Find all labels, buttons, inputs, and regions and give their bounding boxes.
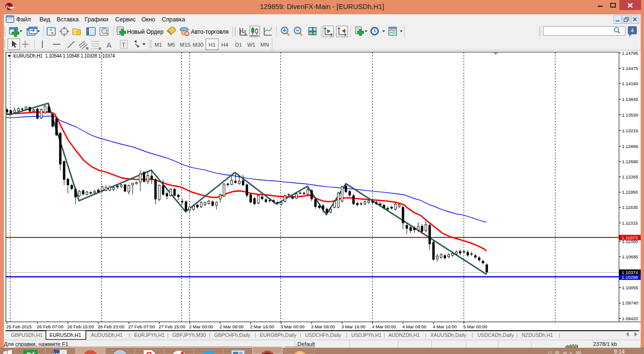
svg-text:3 Mar 16:00: 3 Mar 16:00	[341, 324, 366, 329]
svg-text:1.12265: 1.12265	[622, 174, 638, 179]
svg-text:|: |	[129, 332, 130, 338]
svg-text:1.14795: 1.14795	[622, 50, 638, 56]
svg-text:4 Mar 08:00: 4 Mar 08:00	[402, 324, 426, 329]
svg-text:3 Mar 08:00: 3 Mar 08:00	[311, 324, 335, 329]
svg-text:1.13215: 1.13215	[622, 128, 638, 133]
svg-text:GBPCHFh,Daily: GBPCHFh,Daily	[214, 332, 251, 338]
svg-text:AUDUSDh,H1: AUDUSDh,H1	[91, 332, 123, 338]
svg-text:EURGBPh,Daily: EURGBPh,Daily	[260, 332, 297, 338]
svg-text:26 Feb 07:00: 26 Feb 07:00	[37, 324, 63, 329]
svg-text:|: |	[209, 332, 210, 338]
svg-text:Я: Я	[146, 351, 152, 354]
svg-text:1.09740: 1.09740	[622, 300, 638, 305]
svg-text:1.12580: 1.12580	[622, 159, 638, 164]
svg-text:1.11950: 1.11950	[622, 189, 638, 195]
svg-text:S: S	[205, 352, 211, 354]
svg-text:|: |	[425, 332, 426, 338]
svg-text:25 Feb 2015: 25 Feb 2015	[6, 324, 31, 329]
svg-text:W: W	[54, 352, 59, 354]
svg-text:USDCADh,Daily: USDCADh,Daily	[477, 332, 514, 338]
svg-text:USDCHFh,Daily: USDCHFh,Daily	[305, 332, 342, 338]
svg-text:1.14160: 1.14160	[622, 81, 638, 86]
svg-text:26 Feb 23:00: 26 Feb 23:00	[98, 324, 124, 329]
svg-text:1.10374: 1.10374	[622, 270, 638, 275]
svg-text:3 Mar 00:00: 3 Mar 00:00	[280, 324, 305, 329]
svg-text:27 Feb 15:00: 27 Feb 15:00	[159, 324, 185, 329]
svg-text:1.14475: 1.14475	[622, 66, 638, 71]
svg-text:27 Feb 07:00: 27 Feb 07:00	[128, 324, 155, 329]
svg-text:1.10685: 1.10685	[622, 254, 638, 259]
svg-text:EURUSDh,H1: EURUSDh,H1	[50, 332, 81, 338]
svg-text:1.10298: 1.10298	[622, 275, 638, 280]
svg-text:AUDNZDh,H1: AUDNZDh,H1	[388, 332, 420, 338]
svg-text:|: |	[472, 332, 473, 338]
svg-text:4 Mar 16:00: 4 Mar 16:00	[433, 324, 457, 329]
svg-text:1.13530: 1.13530	[622, 112, 638, 118]
svg-text:EURJPYh,H1: EURJPYh,H1	[134, 332, 165, 338]
svg-text:1.12895: 1.12895	[622, 144, 638, 149]
svg-text:1.11073: 1.11073	[622, 235, 638, 240]
svg-text:|: |	[167, 332, 168, 338]
svg-text:1.13845: 1.13845	[622, 97, 638, 102]
svg-text:|: |	[255, 332, 256, 338]
svg-text:|: |	[346, 332, 347, 338]
svg-text:4 Mar 00:00: 4 Mar 00:00	[372, 324, 396, 329]
svg-text:26 Feb 15:00: 26 Feb 15:00	[67, 324, 94, 329]
svg-text:5 Mar 00:00: 5 Mar 00:00	[463, 324, 487, 329]
svg-text:1.10055: 1.10055	[622, 285, 638, 290]
svg-text:|: |	[559, 332, 560, 338]
svg-text:1.11635: 1.11635	[622, 205, 638, 210]
svg-text:9:14: 9:14	[614, 349, 625, 354]
svg-text:NZDUSDh,H1: NZDUSDh,H1	[522, 332, 553, 338]
svg-text:2 Mar 16:00: 2 Mar 16:00	[250, 324, 274, 329]
svg-text:XAUUSDh,Daily: XAUUSDh,Daily	[430, 332, 467, 338]
svg-text:2 Mar 08:00: 2 Mar 08:00	[219, 324, 244, 329]
svg-text:1.09420: 1.09420	[622, 316, 638, 321]
svg-text:|: |	[300, 332, 301, 338]
svg-text:GBPJPYh,M30: GBPJPYh,M30	[172, 332, 206, 338]
svg-text:|: |	[384, 332, 385, 338]
svg-text:2 Mar 00:00: 2 Mar 00:00	[189, 324, 213, 329]
svg-text:|: |	[516, 332, 518, 338]
svg-text:GBPUSDh,H1: GBPUSDh,H1	[11, 332, 43, 338]
svg-text:USDJPYh,H1: USDJPYh,H1	[351, 332, 382, 338]
svg-text:EURUSDh,H1 1.10544 1.10548 1.: EURUSDh,H1 1.10544 1.10548 1.10328 1.103…	[13, 53, 115, 59]
svg-text:1.11315: 1.11315	[622, 220, 638, 226]
